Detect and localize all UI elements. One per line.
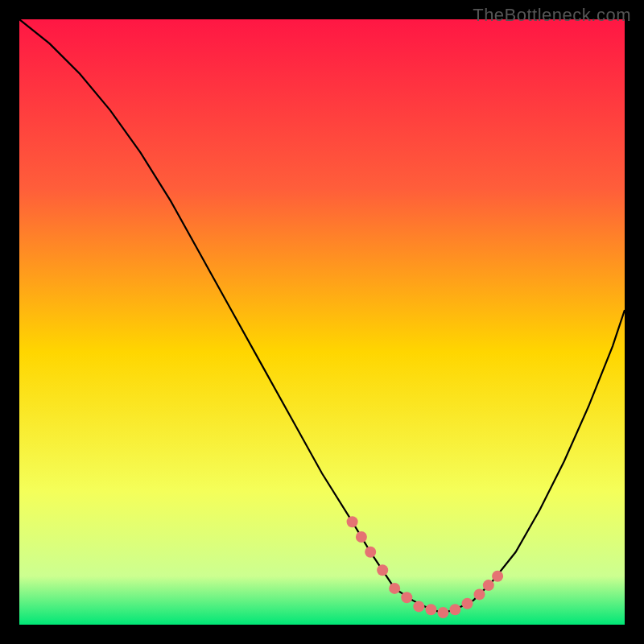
chart-container bbox=[19, 19, 625, 625]
marker-point bbox=[389, 583, 400, 594]
marker-point bbox=[462, 598, 473, 609]
marker-point bbox=[365, 547, 376, 558]
marker-point bbox=[474, 588, 485, 600]
marker-point bbox=[492, 571, 503, 582]
marker-point bbox=[377, 564, 388, 576]
marker-point bbox=[347, 516, 358, 527]
marker-point bbox=[437, 607, 448, 618]
marker-point bbox=[356, 531, 367, 543]
watermark-text: TheBottleneck.com bbox=[473, 5, 631, 26]
marker-point bbox=[401, 592, 412, 603]
marker-point bbox=[413, 601, 424, 612]
marker-point bbox=[425, 604, 436, 615]
marker-point bbox=[449, 604, 460, 615]
marker-point bbox=[483, 580, 494, 591]
bottleneck-chart bbox=[19, 19, 625, 625]
chart-plot-area bbox=[19, 19, 625, 625]
